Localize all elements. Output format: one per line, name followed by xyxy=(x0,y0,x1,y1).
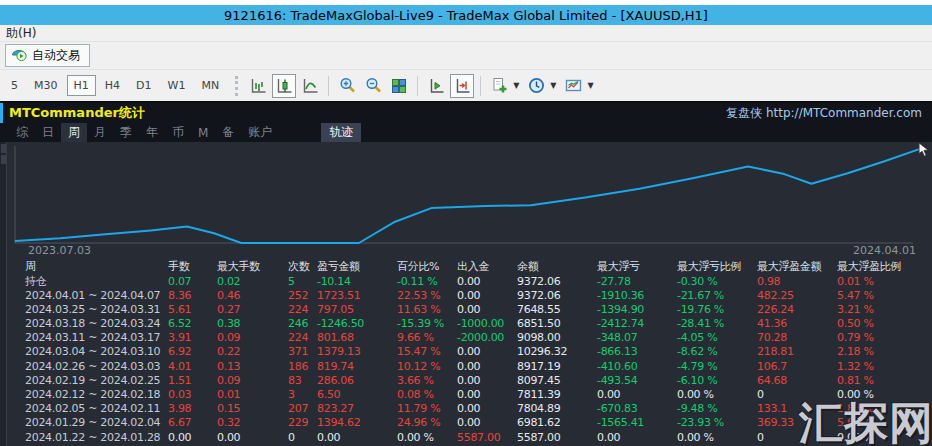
value-cell: 1379.13 xyxy=(317,345,397,359)
autotrading-button[interactable]: 自动交易 xyxy=(5,44,90,67)
value-cell: 15.47 % xyxy=(397,345,457,359)
value-cell: 4.01 xyxy=(168,360,217,374)
value-cell: 8097.45 xyxy=(517,374,597,388)
tab-备[interactable]: 备 xyxy=(215,123,241,142)
value-cell: -866.13 xyxy=(597,345,677,359)
value-cell: 226.24 xyxy=(757,303,837,317)
value-cell: 0.00 xyxy=(168,431,217,445)
value-cell: -410.60 xyxy=(597,360,677,374)
value-cell: 1723.51 xyxy=(317,289,397,303)
value-cell: 6.67 xyxy=(168,416,217,430)
table-row: 2024.02.19 ~ 2024.02.251.510.0983286.063… xyxy=(8,374,932,388)
value-cell: 0.00 xyxy=(457,275,517,289)
value-cell: -2000.00 xyxy=(457,331,517,345)
value-cell: 819.74 xyxy=(317,360,397,374)
tab-周[interactable]: 周 xyxy=(61,123,87,142)
standard-toolbar: 自动交易 xyxy=(0,42,932,70)
value-cell: 6.92 xyxy=(168,345,217,359)
value-cell: 0.03 xyxy=(168,388,217,402)
new-chart-icon[interactable] xyxy=(487,74,511,98)
value-cell: 0.46 xyxy=(217,289,288,303)
value-cell: 0.15 xyxy=(217,402,288,416)
value-cell: 229 xyxy=(288,416,317,430)
timeframe-d1[interactable]: D1 xyxy=(129,75,158,96)
mtcommander-link[interactable]: 复盘侠 http://MTCommander.com xyxy=(726,105,922,122)
tab-季[interactable]: 季 xyxy=(113,123,139,142)
value-cell: 0.00 % xyxy=(397,431,457,445)
value-cell: 7811.39 xyxy=(517,388,597,402)
tab-轨迹[interactable]: 轨迹 xyxy=(321,123,361,142)
value-cell: 246 xyxy=(288,317,317,331)
value-cell: 7804.89 xyxy=(517,402,597,416)
value-cell: 0.08 % xyxy=(397,388,457,402)
value-cell: -9.48 % xyxy=(677,402,757,416)
new-chart-dropdown-icon[interactable]: ▼ xyxy=(513,81,519,90)
tab-月[interactable]: 月 xyxy=(87,123,113,142)
gutter-handle[interactable] xyxy=(1,144,6,153)
tab-币[interactable]: 币 xyxy=(165,123,191,142)
tab-账户[interactable]: 账户 xyxy=(241,123,279,142)
timeframe-w1[interactable]: W1 xyxy=(161,75,193,96)
value-cell: 0.81 % xyxy=(837,374,932,388)
value-cell: 0.00 xyxy=(317,431,397,445)
value-cell: 801.68 xyxy=(317,331,397,345)
timeframe-m30[interactable]: M30 xyxy=(27,75,65,96)
equity-line xyxy=(15,149,920,243)
periods-dropdown-icon[interactable]: ▼ xyxy=(550,81,556,90)
timeframe-5[interactable]: 5 xyxy=(4,75,25,96)
bar-chart-icon[interactable] xyxy=(246,74,270,98)
timeframe-h1[interactable]: H1 xyxy=(67,75,96,96)
tab-日[interactable]: 日 xyxy=(35,123,61,142)
value-cell: 6.50 xyxy=(317,388,397,402)
equity-chart[interactable]: 2023.07.03 2024.04.01 xyxy=(8,142,932,258)
stats-tab-bar: 综日周月季年币M备账户轨迹 xyxy=(0,123,932,142)
toolbar-separator xyxy=(417,76,418,96)
table-row: 2024.04.01 ~ 2024.04.078.360.462521723.5… xyxy=(8,289,932,303)
table-row: 2024.03.18 ~ 2024.03.246.520.38246-1246.… xyxy=(8,317,932,331)
tab-年[interactable]: 年 xyxy=(139,123,165,142)
templates-dropdown-icon[interactable]: ▼ xyxy=(587,81,593,90)
menu-help[interactable]: 助(H) xyxy=(0,25,42,42)
value-cell: 0.00 xyxy=(457,345,517,359)
value-cell: 8.36 xyxy=(168,289,217,303)
title-bar[interactable]: 9121616: TradeMaxGlobal-Live9 - TradeMax… xyxy=(0,5,932,25)
tab-综[interactable]: 综 xyxy=(9,123,35,142)
auto-scroll-icon[interactable] xyxy=(424,74,448,98)
value-cell: -670.83 xyxy=(597,402,677,416)
mt4-window: 9121616: TradeMaxGlobal-Live9 - TradeMax… xyxy=(0,0,932,446)
zoom-in-icon[interactable] xyxy=(335,74,359,98)
value-cell: 6.52 xyxy=(168,317,217,331)
autotrading-icon xyxy=(11,46,27,65)
candlestick-icon[interactable] xyxy=(272,74,296,98)
left-gutter xyxy=(0,142,7,446)
table-row: 持仓0.070.025-10.14-0.11 %0.009372.06-27.7… xyxy=(8,275,932,289)
timeframe-mn[interactable]: MN xyxy=(194,75,226,96)
value-cell: -23.93 % xyxy=(677,416,757,430)
chart-shift-icon[interactable] xyxy=(450,74,474,98)
timeframe-h4[interactable]: H4 xyxy=(98,75,127,96)
timeframe-group: 5M30H1H4D1W1MN xyxy=(3,75,227,96)
tab-M[interactable]: M xyxy=(191,125,215,141)
mouse-cursor-icon xyxy=(918,142,929,162)
value-cell: 22.53 % xyxy=(397,289,457,303)
value-cell: 286.06 xyxy=(317,374,397,388)
period-cell: 2024.03.11 ~ 2024.03.17 xyxy=(25,331,168,345)
line-chart-icon[interactable] xyxy=(298,74,322,98)
value-cell: 0.00 xyxy=(217,431,288,445)
gutter-handle[interactable] xyxy=(1,155,6,164)
value-cell: 0 xyxy=(288,431,317,445)
toolbar-drag-handle[interactable] xyxy=(235,76,239,96)
column-header: 最大浮盈比例 xyxy=(837,260,932,275)
value-cell: 224 xyxy=(288,303,317,317)
value-cell: 5587.00 xyxy=(517,431,597,445)
templates-icon[interactable] xyxy=(561,74,585,98)
value-cell: 9372.06 xyxy=(517,289,597,303)
value-cell: -2412.74 xyxy=(597,317,677,331)
tile-windows-icon[interactable] xyxy=(387,74,411,98)
periods-icon[interactable] xyxy=(524,74,548,98)
value-cell: -4.05 % xyxy=(677,331,757,345)
column-header: 盈亏金额 xyxy=(317,260,397,275)
value-cell: 3.98 xyxy=(168,402,217,416)
zoom-out-icon[interactable] xyxy=(361,74,385,98)
value-cell: 64.68 xyxy=(757,374,837,388)
